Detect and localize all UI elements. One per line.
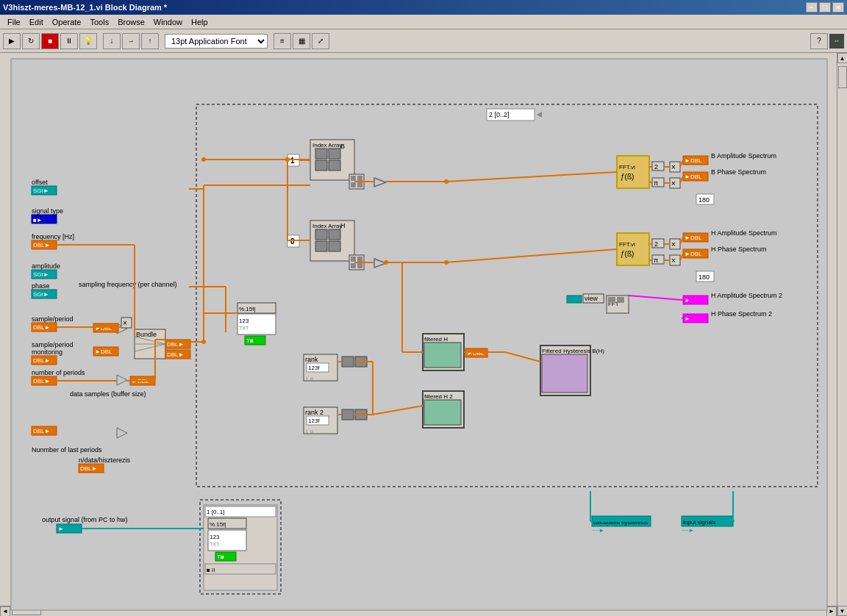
svg-text:FFT.vi: FFT.vi (619, 164, 635, 171)
svg-text:TXT: TXT (210, 542, 220, 547)
svg-text:2: 2 (654, 240, 658, 248)
svg-rect-145 (424, 343, 461, 368)
svg-text:FFT.vi: FFT.vi (619, 241, 635, 248)
svg-rect-98 (652, 162, 664, 171)
svg-text:filtered H 2: filtered H 2 (424, 393, 453, 400)
svg-rect-88 (351, 263, 356, 268)
svg-text:TXT: TXT (239, 326, 249, 331)
svg-text:FFT: FFT (608, 301, 619, 307)
svg-rect-92 (617, 156, 649, 188)
svg-rect-163 (342, 409, 354, 420)
step-into-button[interactable]: ↓ (103, 33, 121, 49)
svg-text:►DBL: ►DBL (685, 173, 702, 180)
svg-text:×: × (671, 240, 676, 248)
svg-rect-167 (542, 354, 587, 393)
step-out-button[interactable]: ↑ (141, 33, 159, 49)
svg-text:%.15f|: %.15f| (210, 521, 226, 528)
svg-rect-95 (617, 233, 649, 265)
svg-text:►DBL: ►DBL (95, 348, 112, 355)
svg-rect-110 (670, 239, 680, 249)
color-button[interactable]: ▦ (293, 33, 310, 49)
svg-rect-120 (696, 194, 714, 204)
svg-rect-102 (652, 239, 664, 248)
close-button[interactable]: × (832, 2, 844, 12)
svg-rect-36 (79, 464, 104, 473)
svg-text:rank: rank (305, 356, 318, 363)
svg-rect-71 (329, 160, 340, 171)
svg-text:Nunmber of last periods: Nunmber of last periods (32, 446, 102, 454)
scroll-up-button[interactable]: ▲ (837, 53, 848, 63)
svg-rect-148 (423, 391, 464, 428)
svg-text:1 [0..1]: 1 [0..1] (207, 509, 224, 515)
svg-rect-73 (310, 221, 354, 261)
svg-text:sample/period: sample/period (32, 315, 74, 323)
svg-text:DBL►: DBL► (33, 357, 50, 364)
canvas[interactable]: ▲ ▼ ◄ ► 2 [0..2] (0, 53, 847, 616)
menu-edit[interactable]: Edit (25, 16, 48, 28)
svg-rect-176 (205, 506, 276, 517)
menu-operate[interactable]: Operate (48, 16, 86, 28)
svg-rect-187 (592, 516, 651, 526)
svg-marker-54 (117, 375, 127, 385)
svg-rect-75 (315, 229, 327, 240)
scroll-thumb-v[interactable] (838, 66, 847, 88)
scroll-left-button[interactable]: ◄ (0, 606, 10, 617)
run-continuously-button[interactable]: ↻ (22, 33, 40, 49)
svg-text:►DBL: ►DBL (95, 325, 112, 332)
svg-rect-29 (32, 376, 57, 385)
svg-text:data samples (buffer size): data samples (buffer size) (70, 390, 146, 398)
svg-line-46 (135, 344, 165, 351)
scroll-down-button[interactable]: ▼ (837, 606, 848, 616)
stop-button[interactable]: ■ (41, 33, 59, 49)
menu-window[interactable]: Window (149, 16, 187, 28)
svg-rect-158 (307, 416, 329, 425)
minimize-button[interactable]: − (806, 2, 818, 12)
svg-text:number of periods: number of periods (32, 369, 85, 376)
svg-text:►DBL: ►DBL (132, 378, 149, 384)
svg-marker-5 (537, 112, 542, 118)
menu-bar: File Edit Operate Tools Browse Window He… (0, 15, 847, 29)
svg-point-248 (285, 157, 290, 162)
svg-rect-100 (652, 178, 664, 187)
scrollbar-vertical[interactable]: ▲ ▼ (837, 53, 847, 616)
run-button[interactable]: ▶ (3, 33, 21, 49)
svg-text:180: 180 (698, 196, 710, 204)
bulb-button[interactable]: 💡 (79, 33, 97, 49)
svg-rect-89 (357, 263, 362, 268)
svg-rect-142 (617, 297, 624, 303)
svg-text:Index Array: Index Array (312, 142, 342, 148)
scroll-right-button[interactable]: ► (826, 606, 837, 617)
svg-rect-80 (349, 174, 364, 189)
resize-button[interactable]: ⤢ (312, 33, 329, 49)
svg-marker-53 (117, 323, 127, 334)
menu-help[interactable]: Help (187, 16, 212, 28)
svg-text:123f: 123f (308, 418, 320, 424)
svg-text:Bundle: Bundle (136, 331, 157, 338)
font-selector[interactable]: 13pt Application Font (165, 34, 268, 49)
menu-file[interactable]: File (3, 16, 25, 28)
svg-rect-180 (208, 530, 246, 551)
step-over-button[interactable]: → (122, 33, 140, 49)
svg-text:123f: 123f (308, 365, 320, 371)
svg-rect-56 (121, 318, 132, 328)
svg-text:~~►: ~~► (592, 527, 604, 534)
svg-text:123: 123 (210, 534, 220, 540)
svg-rect-16 (32, 270, 57, 279)
pause-button[interactable]: ⏸ (60, 33, 78, 49)
menu-browse[interactable]: Browse (113, 16, 149, 28)
svg-line-208 (446, 249, 617, 262)
text-align-button[interactable]: ≡ (274, 33, 291, 49)
scrollbar-horizontal[interactable]: ◄ ► (0, 606, 837, 616)
maximize-button[interactable]: □ (819, 2, 831, 12)
scroll-thumb-h[interactable] (12, 608, 41, 615)
help-button[interactable]: ? (810, 33, 828, 49)
svg-text:sample/period: sample/period (32, 341, 74, 348)
window-controls: − □ × (806, 2, 844, 12)
svg-text:ƒ(ß): ƒ(ß) (621, 173, 634, 181)
svg-rect-87 (357, 257, 362, 262)
svg-rect-69 (329, 148, 340, 159)
svg-rect-3 (487, 109, 535, 121)
menu-tools[interactable]: Tools (85, 16, 113, 28)
svg-point-246 (201, 340, 206, 344)
svg-rect-82 (357, 176, 362, 181)
